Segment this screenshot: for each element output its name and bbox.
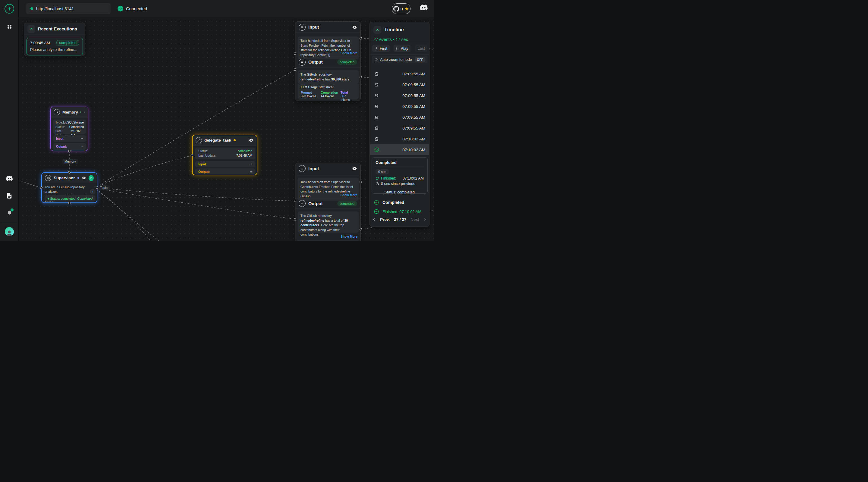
prompt-label: Prompt [301,91,321,94]
memory-node[interactable]: Memory Type:LibSQLStorage Status:Complet… [50,107,88,151]
supervisor-status-bar: ● Status: completed Completed [44,195,95,201]
discord-icon [6,176,13,181]
timeline-event-row[interactable]: 07:10:02 AM [370,133,429,144]
run-status-badge: completed [56,40,79,45]
show-more-link[interactable]: Show More [341,193,358,197]
timeline-event-row[interactable]: 07:09:55 AM [370,112,429,123]
eye-icon[interactable] [82,175,86,181]
database-icon [374,71,379,76]
delegate-task-node[interactable]: delegate_task Status:completed Last Upda… [192,135,257,175]
timeline-play-button[interactable]: Play [394,44,410,52]
timeline-first-button[interactable]: First [372,44,390,52]
detail-finished-label: Finished: [381,176,396,181]
prompt-value: 323 tokens [301,94,321,98]
connection-status: Connected [118,3,147,14]
prev-button[interactable]: Prev. [380,217,390,222]
chevron-left-icon[interactable] [372,218,376,221]
docs-button[interactable] [0,193,19,199]
connector-handle[interactable] [68,202,70,204]
total-value: 367 tokens [341,94,355,101]
user-avatar[interactable] [0,227,19,236]
discord-sidebar-button[interactable] [0,176,19,181]
detail-finished-time: 07:10:02 AM [403,176,424,181]
input-icon-circle [299,24,306,31]
next-box-edge [298,240,359,241]
memory-output-label: Output: [56,145,67,148]
memory-status-dot [81,111,81,113]
server-url-input[interactable]: http://localhost:3141 [26,3,111,14]
recent-executions-title: Recent Executions [38,27,77,31]
timeline-event-row[interactable]: 07:09:55 AM [370,101,429,112]
expand-instructions-button[interactable]: + [90,190,95,194]
expand-input-button[interactable]: + [250,162,252,166]
lightning-icon [7,7,12,11]
delegate-output-row[interactable]: Output: + [195,168,255,175]
timeline-last-button[interactable]: Last [415,44,427,52]
timeline-title: Timeline [384,27,404,33]
eye-icon[interactable] [352,166,357,171]
collapse-recent-executions-button[interactable] [27,25,35,33]
show-more-link[interactable]: Show More [341,51,358,55]
expand-input-button[interactable]: + [81,136,83,141]
server-url-text: http://localhost:3141 [36,6,74,11]
connector-handle[interactable] [360,76,362,78]
next-button[interactable]: Next [410,217,419,222]
eye-icon[interactable] [352,25,357,30]
connector-handle[interactable] [360,228,362,230]
memory-input-row[interactable]: Input: + [53,135,86,142]
connector-handle[interactable] [294,200,296,202]
discord-button[interactable] [420,4,428,11]
completion-value: 44 tokens [321,94,341,98]
apps-grid-button[interactable] [0,24,19,30]
timeline-event-row-active[interactable]: 07:10:02 AM [370,144,429,155]
expand-output-button[interactable]: + [81,144,83,149]
run-agent-button[interactable] [89,175,94,181]
chevron-up-icon [375,28,379,32]
connector-handle[interactable] [96,187,98,189]
collapse-timeline-button[interactable] [373,26,381,34]
notifications-button[interactable] [0,210,19,216]
connector-handle[interactable] [294,218,296,221]
supervisor-node[interactable]: Supervisor You are a GitHub repository a… [41,172,97,203]
output-status-badge: completed [337,59,357,65]
delegate-task-node-title: delegate_task [204,138,231,142]
auto-zoom-label: Auto-zoom to node [380,58,412,62]
memory-type-value: LibSQLStorage [63,121,84,125]
chevron-right-icon[interactable] [423,218,427,221]
connected-label: Connected [126,6,147,11]
connector-handle[interactable] [40,187,42,189]
output-message: The GitHub repository refinedev/refine h… [298,212,359,232]
timeline-event-row[interactable]: 07:09:55 AM [370,79,429,90]
auto-zoom-toggle[interactable]: Auto-zoom to node OFF [372,56,428,63]
connector-handle[interactable] [360,37,362,39]
timeline-event-row[interactable]: 07:09:55 AM [370,90,429,101]
expand-output-button[interactable]: + [250,170,252,174]
recent-executions-panel: Recent Executions 7:09:45 AM completed P… [24,23,85,56]
eye-icon[interactable] [249,138,254,143]
total-label: Total [341,91,355,94]
output-icon-circle [299,200,306,207]
memory-status-value: Completed [69,125,84,130]
delegate-input-row[interactable]: Input: + [195,161,255,167]
execution-run-card[interactable]: 7:09:45 AM completed Please analyze the … [27,38,83,56]
app-logo[interactable] [0,4,19,13]
input-icon-circle [299,165,306,172]
timeline-event-row[interactable]: 07:09:55 AM [370,123,429,133]
output-title: Output [308,201,323,206]
contributors-io-panel: Input Task handed off from Supervisor to… [295,163,361,241]
connector-handle[interactable] [191,154,193,156]
timeline-event-row[interactable]: 07:09:55 AM [370,68,429,79]
edge-label-memory: Memory [62,159,78,164]
connector-handle[interactable] [68,150,70,152]
show-more-link[interactable]: Show More [341,235,358,238]
connector-handle[interactable] [360,181,362,183]
supervisor-node-icon [45,175,51,181]
connected-check-icon [118,6,123,11]
connector-handle[interactable] [68,171,70,173]
memory-output-row[interactable]: Output: + [53,143,86,150]
database-icon [374,126,379,131]
github-star-button[interactable]: :) [392,3,410,14]
connector-handle[interactable] [294,53,296,55]
connector-handle[interactable] [294,68,296,71]
eye-icon[interactable] [84,110,85,115]
